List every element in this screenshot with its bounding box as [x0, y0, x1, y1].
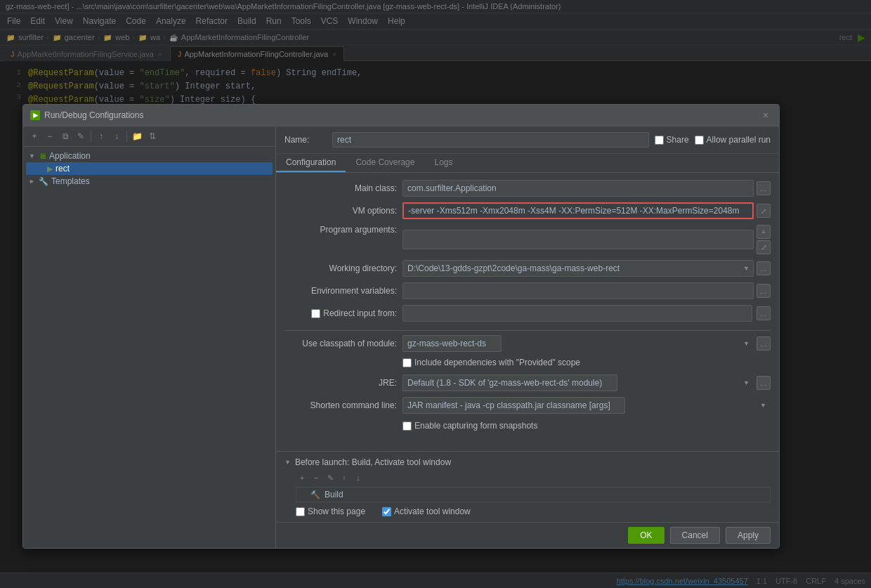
- share-checkbox-label[interactable]: Share: [655, 135, 689, 145]
- before-launch-collapse-arrow[interactable]: ▼: [284, 459, 291, 466]
- before-launch-remove-btn[interactable]: −: [310, 471, 322, 484]
- working-dir-browse-btn[interactable]: …: [757, 261, 771, 275]
- before-launch-add-btn[interactable]: +: [296, 471, 308, 484]
- apply-button[interactable]: Apply: [726, 527, 771, 544]
- main-class-expand-btn[interactable]: …: [757, 181, 771, 195]
- shorten-row: Shorten command line: JAR manifest - jav…: [284, 397, 771, 414]
- env-vars-input[interactable]: [402, 282, 754, 299]
- include-provided-checkbox[interactable]: [402, 358, 412, 367]
- before-launch-toolbar: + − ✎ ↑ ↓: [284, 471, 771, 484]
- before-launch-up-btn[interactable]: ↑: [338, 471, 351, 484]
- share-label: Share: [667, 135, 689, 145]
- env-vars-label: Environment variables:: [284, 286, 397, 296]
- classpath-select[interactable]: gz-mass-web-rect-ds: [402, 335, 502, 352]
- folder-button[interactable]: 📁: [130, 129, 144, 143]
- toolbar-sep1: [91, 131, 91, 142]
- capturing-label[interactable]: Enable capturing form snapshots: [402, 421, 537, 431]
- dialog-run-icon: ▶: [30, 110, 40, 120]
- before-launch-edit-btn[interactable]: ✎: [324, 471, 336, 484]
- modal-overlay: ▶ Run/Debug Configurations × + − ⧉ ✎ ↑ ↓…: [0, 0, 871, 588]
- edit-config-button[interactable]: ✎: [74, 129, 88, 143]
- classpath-select-wrapper: gz-mass-web-rect-ds ▼: [402, 335, 754, 352]
- toolbar-sep2: [126, 131, 127, 142]
- program-args-label: Program arguments:: [284, 225, 397, 235]
- name-row: Name: Share Allow parallel run: [276, 126, 779, 154]
- redirect-browse-btn[interactable]: …: [757, 306, 771, 320]
- left-panel: + − ⧉ ✎ ↑ ↓ 📁 ⇅ ▼ 🖥 Applicatio: [23, 126, 276, 548]
- tree-item-application[interactable]: ▼ 🖥 Application: [26, 150, 273, 162]
- copy-config-button[interactable]: ⧉: [58, 129, 72, 143]
- tree-label-rect: rect: [55, 164, 70, 174]
- allow-parallel-checkbox[interactable]: [695, 136, 704, 145]
- show-page-label[interactable]: Show this page: [296, 507, 365, 516]
- shorten-arrow: ▼: [760, 402, 766, 409]
- sort-button[interactable]: ⇅: [145, 129, 159, 143]
- activate-tool-label[interactable]: Activate tool window: [382, 507, 471, 516]
- use-classpath-label: Use classpath of module:: [284, 339, 397, 348]
- main-class-input[interactable]: [402, 180, 754, 197]
- build-icon: 🔨: [310, 490, 320, 499]
- tab-code-coverage[interactable]: Code Coverage: [346, 154, 424, 172]
- move-down-button[interactable]: ↓: [110, 129, 124, 143]
- working-dir-input[interactable]: [402, 260, 754, 277]
- working-dir-input-row: ▼ …: [402, 260, 771, 277]
- add-config-button[interactable]: +: [27, 129, 41, 143]
- vm-options-label: VM options:: [284, 206, 397, 216]
- program-args-right: + ⤢: [402, 225, 771, 254]
- tree-item-rect[interactable]: ▶ rect: [26, 162, 273, 175]
- jre-row: JRE: Default (1.8 - SDK of 'gz-mass-web-…: [284, 374, 771, 391]
- tree-arrow-application: ▼: [29, 152, 36, 159]
- tree-item-templates[interactable]: ► 🔧 Templates: [26, 175, 273, 188]
- dialog-title-text: Run/Debug Configurations: [44, 110, 143, 120]
- args-expand-btn[interactable]: ⤢: [757, 240, 771, 254]
- classpath-expand-btn[interactable]: …: [757, 337, 771, 351]
- use-classpath-input-row: gz-mass-web-rect-ds ▼ …: [402, 335, 771, 352]
- allow-parallel-text: Allow parallel run: [707, 135, 771, 145]
- tab-configuration[interactable]: Configuration: [276, 154, 346, 172]
- env-vars-expand-btn[interactable]: …: [757, 284, 771, 298]
- redirect-checkbox[interactable]: [311, 309, 320, 318]
- share-checkbox[interactable]: [655, 136, 664, 145]
- working-dir-label: Working directory:: [284, 263, 397, 273]
- rect-run-icon: ▶: [47, 164, 53, 174]
- include-provided-label[interactable]: Include dependencies with "Provided" sco…: [402, 358, 580, 367]
- activate-tool-text: Activate tool window: [394, 507, 471, 516]
- show-page-row: Show this page Activate tool window: [284, 502, 771, 516]
- tab-logs[interactable]: Logs: [424, 154, 462, 172]
- right-panel-container: Name: Share Allow parallel run: [276, 126, 779, 548]
- capturing-row: Enable capturing form snapshots: [284, 421, 771, 431]
- allow-parallel-label[interactable]: Allow parallel run: [695, 135, 771, 145]
- show-page-text: Show this page: [308, 507, 365, 516]
- jre-label: JRE:: [284, 378, 397, 388]
- ok-button[interactable]: OK: [628, 527, 664, 544]
- name-input[interactable]: [332, 132, 649, 148]
- activate-tool-checkbox[interactable]: [382, 507, 391, 516]
- remove-config-button[interactable]: −: [43, 129, 57, 143]
- shorten-select[interactable]: JAR manifest - java -cp classpath.jar cl…: [402, 397, 625, 414]
- program-args-area[interactable]: [402, 230, 754, 249]
- dialog-close-button[interactable]: ×: [759, 109, 772, 122]
- run-debug-dialog: ▶ Run/Debug Configurations × + − ⧉ ✎ ↑ ↓…: [22, 104, 780, 549]
- tree-label-templates: Templates: [51, 176, 90, 186]
- vm-options-expand-btn[interactable]: ⤢: [757, 204, 771, 218]
- env-vars-row: Environment variables: …: [284, 282, 771, 299]
- main-class-row: Main class: …: [284, 180, 771, 197]
- program-args-row: Program arguments: + ⤢: [284, 225, 771, 254]
- env-vars-input-row: …: [402, 282, 771, 299]
- capturing-checkbox[interactable]: [402, 422, 412, 431]
- jre-expand-btn[interactable]: …: [757, 376, 771, 390]
- redirect-input[interactable]: [402, 305, 752, 322]
- show-page-checkbox[interactable]: [296, 507, 305, 516]
- args-add-btn[interactable]: +: [757, 225, 771, 239]
- cancel-button[interactable]: Cancel: [670, 527, 720, 544]
- move-up-button[interactable]: ↑: [94, 129, 108, 143]
- jre-select[interactable]: Default (1.8 - SDK of 'gz-mass-web-rect-…: [402, 374, 617, 391]
- before-launch-down-btn[interactable]: ↓: [352, 471, 365, 484]
- vm-options-input[interactable]: [402, 202, 754, 219]
- dialog-footer: OK Cancel Apply: [276, 522, 779, 548]
- vm-options-input-row: ⤢: [402, 202, 771, 219]
- build-item: 🔨 Build: [296, 487, 771, 502]
- program-args-btns: + ⤢: [757, 225, 771, 254]
- redirect-row: Redirect input from: …: [284, 305, 771, 322]
- build-label: Build: [325, 490, 343, 499]
